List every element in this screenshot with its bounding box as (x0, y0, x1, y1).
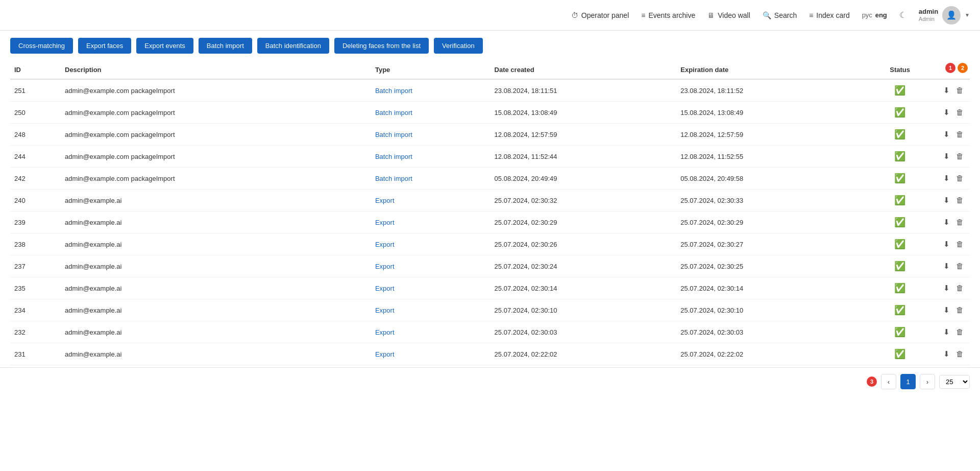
cell-date-created: 15.08.2024, 13:08:49 (491, 102, 677, 124)
cell-actions: ⬇ 🗑 (937, 299, 970, 321)
download-button[interactable]: ⬇ (941, 261, 952, 272)
cell-description: admin@example.ai (61, 321, 371, 343)
table-row: 239 admin@example.ai Export 25.07.2024, … (10, 211, 970, 233)
delete-button[interactable]: 🗑 (954, 261, 966, 271)
nav-index-card[interactable]: ≡ Index card (809, 11, 850, 19)
cell-expiration-date: 25.07.2024, 02:30:33 (676, 190, 863, 211)
cell-description: admin@example.ai (61, 277, 371, 299)
delete-button[interactable]: 🗑 (954, 348, 966, 359)
table-row: 234 admin@example.ai Export 25.07.2024, … (10, 299, 970, 321)
delete-button[interactable]: 🗑 (954, 195, 966, 205)
col-description: Description (61, 61, 371, 79)
table-row: 232 admin@example.ai Export 25.07.2024, … (10, 321, 970, 343)
lang-en[interactable]: eng (875, 11, 887, 19)
col-id: ID (10, 61, 61, 79)
nav-operator-panel[interactable]: ⏱ Operator panel (571, 11, 629, 19)
download-button[interactable]: ⬇ (941, 348, 952, 360)
theme-toggle-button[interactable]: ☾ (899, 10, 906, 20)
pagination-badge-3: 3 (867, 376, 877, 387)
delete-button[interactable]: 🗑 (954, 129, 966, 139)
delete-button[interactable]: 🗑 (954, 239, 966, 249)
batch-identification-button[interactable]: Batch identification (257, 38, 329, 54)
cell-id: 250 (10, 102, 61, 124)
cell-expiration-date: 25.07.2024, 02:30:03 (676, 321, 863, 343)
download-button[interactable]: ⬇ (941, 239, 952, 250)
nav-video-wall[interactable]: 🖥 Video wall (707, 11, 750, 19)
table-row: 251 admin@example.com packageImport Batc… (10, 79, 970, 102)
download-button[interactable]: ⬇ (941, 195, 952, 206)
cell-expiration-date: 25.07.2024, 02:30:25 (676, 255, 863, 277)
avatar: 👤 (942, 6, 961, 25)
search-icon: 🔍 (763, 11, 771, 19)
verification-button[interactable]: Verification (434, 38, 483, 54)
cell-date-created: 12.08.2024, 11:52:44 (491, 146, 677, 168)
delete-button[interactable]: 🗑 (954, 85, 966, 96)
download-button[interactable]: ⬇ (941, 129, 952, 140)
download-button[interactable]: ⬇ (941, 217, 952, 228)
download-button[interactable]: ⬇ (941, 173, 952, 184)
main-table-container: 1 2 ID Description Type Date created Exp… (0, 61, 980, 365)
status-success-icon: ✅ (894, 107, 905, 117)
cell-date-created: 25.07.2024, 02:22:02 (491, 343, 677, 365)
cell-expiration-date: 25.07.2024, 02:30:29 (676, 211, 863, 233)
lang-ru[interactable]: рус (862, 11, 872, 19)
download-button[interactable]: ⬇ (941, 85, 952, 96)
download-button[interactable]: ⬇ (941, 282, 952, 294)
export-events-button[interactable]: Export events (136, 38, 193, 54)
badge-2: 2 (958, 63, 968, 73)
table-row: 242 admin@example.com packageImport Batc… (10, 168, 970, 190)
export-faces-button[interactable]: Export faces (78, 38, 131, 54)
cell-description: admin@example.ai (61, 343, 371, 365)
language-selector: рус eng (862, 11, 887, 19)
table-header: ID Description Type Date created Expirat… (10, 61, 970, 79)
download-button[interactable]: ⬇ (941, 151, 952, 162)
delete-button[interactable]: 🗑 (954, 217, 966, 227)
download-button[interactable]: ⬇ (941, 107, 952, 118)
nav-events-archive[interactable]: ≡ Events archive (641, 11, 695, 19)
cell-status: ✅ (863, 168, 937, 190)
username-label: admin (919, 8, 938, 16)
table-body: 251 admin@example.com packageImport Batc… (10, 79, 970, 365)
status-success-icon: ✅ (894, 305, 905, 315)
delete-button[interactable]: 🗑 (954, 282, 966, 293)
status-success-icon: ✅ (894, 151, 905, 161)
delete-button[interactable]: 🗑 (954, 151, 966, 161)
cell-date-created: 23.08.2024, 18:11:51 (491, 79, 677, 102)
table-row: 250 admin@example.com packageImport Batc… (10, 102, 970, 124)
batch-import-button[interactable]: Batch import (199, 38, 252, 54)
cross-matching-button[interactable]: Cross-matching (10, 38, 73, 54)
next-page-button[interactable]: › (920, 374, 935, 389)
cell-id: 240 (10, 190, 61, 211)
status-success-icon: ✅ (894, 327, 905, 337)
cell-id: 248 (10, 124, 61, 146)
cell-id: 231 (10, 343, 61, 365)
cell-date-created: 25.07.2024, 02:30:14 (491, 277, 677, 299)
cell-type: Export (371, 277, 491, 299)
deleting-faces-button[interactable]: Deleting faces from the list (334, 38, 429, 54)
download-button[interactable]: ⬇ (941, 326, 952, 338)
cell-id: 239 (10, 211, 61, 233)
cell-date-created: 25.07.2024, 02:30:10 (491, 299, 677, 321)
cell-type: Export (371, 255, 491, 277)
page-1-button[interactable]: 1 (900, 374, 916, 389)
cell-id: 238 (10, 233, 61, 255)
cell-status: ✅ (863, 277, 937, 299)
cell-description: admin@example.com packageImport (61, 146, 371, 168)
nav-search[interactable]: 🔍 Search (763, 11, 797, 19)
cell-status: ✅ (863, 146, 937, 168)
delete-button[interactable]: 🗑 (954, 107, 966, 117)
per-page-select[interactable]: 25 50 100 (939, 375, 970, 389)
cell-description: admin@example.com packageImport (61, 124, 371, 146)
delete-button[interactable]: 🗑 (954, 173, 966, 183)
prev-page-button[interactable]: ‹ (881, 374, 896, 389)
user-menu[interactable]: admin Admin 👤 ▼ (919, 6, 970, 25)
nav-events-archive-label: Events archive (648, 11, 695, 19)
download-button[interactable]: ⬇ (941, 304, 952, 316)
cell-actions: ⬇ 🗑 (937, 211, 970, 233)
delete-button[interactable]: 🗑 (954, 326, 966, 337)
table-row: 237 admin@example.ai Export 25.07.2024, … (10, 255, 970, 277)
cell-status: ✅ (863, 211, 937, 233)
cell-type: Export (371, 190, 491, 211)
cell-expiration-date: 12.08.2024, 11:52:55 (676, 146, 863, 168)
delete-button[interactable]: 🗑 (954, 304, 966, 315)
